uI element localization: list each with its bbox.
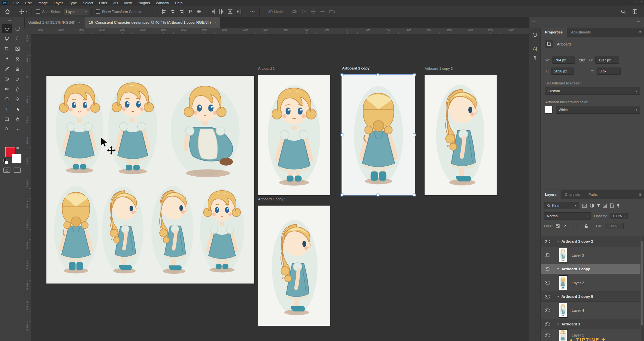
distribute-v-icon[interactable] (226, 7, 235, 16)
align-top-icon[interactable] (186, 7, 195, 16)
tab-layers[interactable]: Layers (541, 190, 561, 199)
screen-mode-icon[interactable] (14, 168, 21, 173)
group-name[interactable]: Artboard 1 copy (562, 267, 590, 271)
move-tool-icon[interactable] (2, 24, 12, 33)
tab-close-icon[interactable]: × (214, 20, 216, 24)
visibility-toggle[interactable] (541, 264, 554, 274)
lasso-tool-icon[interactable] (2, 34, 12, 43)
artboard-1-label[interactable]: Artboard 1 (258, 67, 275, 70)
menu-image[interactable]: Image (34, 0, 51, 6)
group-name[interactable]: Artboard 1 copy 5 (562, 295, 593, 298)
panel-menu-icon[interactable]: ≡ (639, 30, 641, 34)
filter-smart-object-icon[interactable] (610, 203, 614, 208)
history-brush-tool-icon[interactable] (2, 74, 12, 83)
selection-handle[interactable] (341, 73, 343, 76)
tab-untitled-1[interactable]: Untitled-1 @ 33.3% (RGB/8) × (24, 17, 85, 28)
crop-tool-icon[interactable] (2, 44, 12, 53)
selection-handle[interactable] (341, 194, 343, 196)
menu-plugins[interactable]: Plugins (135, 0, 153, 6)
swap-colors-icon[interactable]: ⇄ (16, 146, 19, 150)
layer-group-row-selected[interactable]: ▾ Artboard 1 copy (541, 264, 640, 274)
visibility-toggle[interactable] (541, 236, 554, 246)
layer-group-row[interactable]: ▾ Artboard 1 copy 2 (541, 236, 640, 246)
visibility-toggle[interactable] (541, 302, 554, 319)
menu-window[interactable]: Window (153, 0, 172, 6)
menu-filter[interactable]: Filter (96, 0, 110, 6)
auto-select-target-dropdown[interactable]: Layer ▾ (64, 8, 89, 15)
layer-name[interactable]: Layer 4 (572, 309, 584, 312)
visibility-toggle[interactable] (541, 274, 554, 291)
layer-thumbnail[interactable] (559, 303, 568, 318)
menu-3d[interactable]: 3D (110, 0, 121, 6)
tab-channels[interactable]: Channels (561, 190, 584, 199)
selection-handle[interactable] (413, 133, 416, 136)
align-center-h-icon[interactable] (168, 7, 177, 16)
frame-tool-icon[interactable] (13, 44, 22, 53)
chevron-down-icon[interactable]: ▾ (557, 267, 559, 271)
rectangle-tool-icon[interactable] (2, 115, 12, 124)
healing-brush-tool-icon[interactable] (13, 54, 22, 63)
panel-menu-icon[interactable]: ≡ (639, 192, 641, 197)
y-field[interactable]: 0 px (597, 68, 621, 75)
home-icon[interactable] (3, 7, 12, 16)
artboard-bg-color-swatch[interactable] (545, 106, 552, 114)
gradient-tool-icon[interactable] (2, 84, 12, 94)
expand-panels-icon[interactable]: »» (637, 19, 640, 23)
group-name[interactable]: Artboard 1 copy 2 (562, 239, 593, 243)
selection-handle[interactable] (413, 194, 416, 196)
filter-pin-icon[interactable] (617, 203, 620, 208)
menu-select[interactable]: Select (80, 0, 96, 6)
clone-stamp-tool-icon[interactable] (13, 64, 22, 73)
artboard-1-copy-5-label[interactable]: Artboard 1 copy 5 (258, 197, 286, 201)
quick-mask-icon[interactable] (3, 168, 10, 173)
link-dimensions-icon[interactable] (579, 58, 585, 62)
history-panel-icon[interactable] (531, 31, 539, 38)
move-tool-option-icon[interactable]: ▾ (17, 7, 29, 16)
menu-layer[interactable]: Layer (51, 0, 66, 6)
more-tools-icon[interactable] (13, 125, 22, 134)
filter-type-icon[interactable]: T (597, 203, 600, 208)
lock-all-icon[interactable] (584, 224, 588, 228)
height-field[interactable]: 1137 px (595, 57, 619, 64)
menu-help[interactable]: Help (172, 0, 186, 6)
artboard-1-copy-label[interactable]: Artboard 1 copy (342, 66, 369, 70)
visibility-toggle[interactable] (541, 329, 554, 341)
menu-file[interactable]: File (10, 0, 22, 6)
align-right-icon[interactable] (177, 7, 186, 16)
layer-group-row[interactable]: ▾ Artboard 1 copy 5 (541, 292, 640, 302)
search-icon[interactable] (619, 7, 628, 16)
selection-handle[interactable] (413, 73, 416, 76)
checkbox-icon[interactable] (36, 9, 40, 14)
lock-artboard-icon[interactable] (577, 224, 581, 228)
dodge-tool-icon[interactable] (2, 95, 12, 104)
chevron-down-icon[interactable]: ▾ (557, 295, 559, 298)
blend-mode-dropdown[interactable]: Normal▾ (544, 212, 591, 220)
tab-character-design[interactable]: 16- Consistent Character design.psd @ 40… (85, 17, 220, 28)
hand-tool-icon[interactable] (13, 115, 22, 124)
menu-type[interactable]: Type (66, 0, 80, 6)
layers-scrollbar-thumb[interactable] (641, 241, 643, 325)
quick-select-tool-icon[interactable] (13, 34, 22, 43)
distribute-h-icon[interactable] (217, 7, 226, 16)
distribute-left-icon[interactable] (208, 7, 217, 16)
filter-kind-dropdown[interactable]: Kind ▾ (544, 202, 579, 209)
checkbox-icon[interactable] (96, 9, 100, 14)
layer-thumbnail[interactable] (559, 248, 568, 262)
width-field[interactable]: 704 px (552, 57, 575, 64)
preset-dropdown[interactable]: Custom▾ (545, 87, 640, 95)
maximize-icon[interactable]: ▢ (634, 0, 637, 4)
show-transform-checkbox[interactable]: Show Transform Controls (94, 7, 144, 16)
blur-tool-icon[interactable] (13, 84, 22, 94)
collapse-panels-icon[interactable]: «« (532, 19, 535, 23)
minimize-icon[interactable]: — (628, 0, 631, 4)
pen-tool-icon[interactable] (13, 95, 22, 104)
chevron-down-icon[interactable]: ▾ (557, 322, 559, 326)
marquee-tool-icon[interactable] (13, 24, 22, 33)
workspace-switcher-icon[interactable] (630, 7, 639, 16)
more-options-button[interactable]: ••• (248, 7, 257, 16)
zoom-tool-icon[interactable] (2, 125, 12, 134)
layer-thumbnail[interactable] (559, 275, 568, 290)
visibility-toggle[interactable] (541, 292, 554, 301)
x-field[interactable]: 2896 px (551, 68, 574, 75)
character-panel-icon[interactable]: A| (531, 45, 539, 52)
